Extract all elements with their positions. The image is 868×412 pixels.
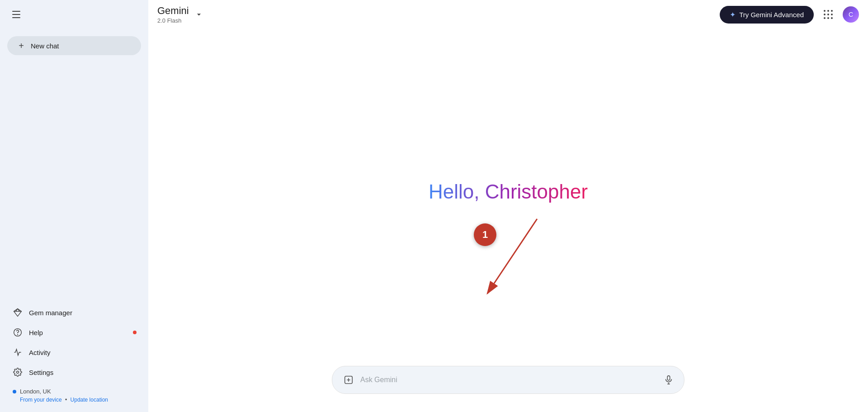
svg-rect-6 — [667, 376, 670, 380]
google-apps-button[interactable] — [819, 5, 837, 24]
gem-icon — [13, 308, 23, 317]
location-section: London, UK From your device • Update loc… — [4, 383, 145, 407]
gemini-title-area: Gemini 2.0 Flash — [157, 5, 205, 24]
header-right: ✦ Try Gemini Advanced C — [720, 5, 859, 24]
input-box — [332, 366, 684, 394]
try-advanced-button[interactable]: ✦ Try Gemini Advanced — [720, 6, 814, 24]
annotation-number-badge: 1 — [474, 223, 496, 246]
sidebar-top — [0, 0, 148, 29]
annotation-arrow — [429, 210, 564, 309]
svg-point-1 — [18, 334, 18, 335]
sidebar-item-label: Gem manager — [29, 309, 72, 317]
main-header: Gemini 2.0 Flash ✦ Try Gemini Advanced — [148, 0, 868, 29]
sidebar-item-settings[interactable]: Settings — [4, 363, 145, 382]
main-content: Gemini 2.0 Flash ✦ Try Gemini Advanced — [148, 0, 868, 412]
app-version: 2.0 Flash — [157, 17, 189, 24]
activity-icon — [13, 347, 23, 357]
greeting-text: Hello, Christopher — [429, 180, 588, 203]
sidebar-item-label: Help — [29, 329, 43, 336]
main-body: Hello, Christopher 1 — [148, 29, 868, 412]
from-device-link[interactable]: From your device — [20, 397, 62, 403]
update-location-link[interactable]: Update location — [71, 397, 108, 403]
app-name: Gemini — [157, 5, 189, 17]
user-avatar[interactable]: C — [843, 6, 859, 23]
settings-icon — [13, 367, 23, 377]
sidebar-item-label: Settings — [29, 369, 53, 376]
gemini-title: Gemini 2.0 Flash — [157, 5, 189, 24]
location-line: London, UK — [13, 388, 136, 395]
try-advanced-label: Try Gemini Advanced — [739, 11, 804, 19]
menu-toggle-button[interactable] — [7, 5, 25, 24]
sidebar: + New chat Gem manager — [0, 0, 148, 412]
location-city: London, UK — [20, 388, 51, 395]
sidebar-bottom-nav: Gem manager Help Activity — [0, 303, 148, 412]
location-links: From your device • Update location — [20, 397, 136, 403]
sidebar-item-help[interactable]: Help — [4, 323, 145, 342]
mic-button[interactable] — [660, 372, 677, 388]
hamburger-icon — [12, 11, 20, 18]
notification-dot — [133, 331, 137, 334]
sidebar-item-label: Activity — [29, 349, 51, 356]
new-chat-label: New chat — [31, 42, 59, 50]
version-dropdown-button[interactable] — [193, 8, 205, 21]
sidebar-item-gem-manager[interactable]: Gem manager — [4, 303, 145, 322]
svg-point-2 — [17, 371, 19, 374]
apps-grid-icon — [824, 10, 833, 19]
plus-icon: + — [16, 41, 26, 51]
location-dot — [13, 390, 16, 393]
new-chat-button[interactable]: + New chat — [7, 36, 141, 55]
ask-gemini-input[interactable] — [360, 376, 656, 384]
location-separator: • — [65, 397, 67, 403]
help-icon — [13, 327, 23, 337]
input-area — [332, 366, 684, 394]
add-content-button[interactable] — [341, 373, 356, 387]
sidebar-item-activity[interactable]: Activity — [4, 343, 145, 362]
sparkle-icon: ✦ — [730, 10, 736, 19]
